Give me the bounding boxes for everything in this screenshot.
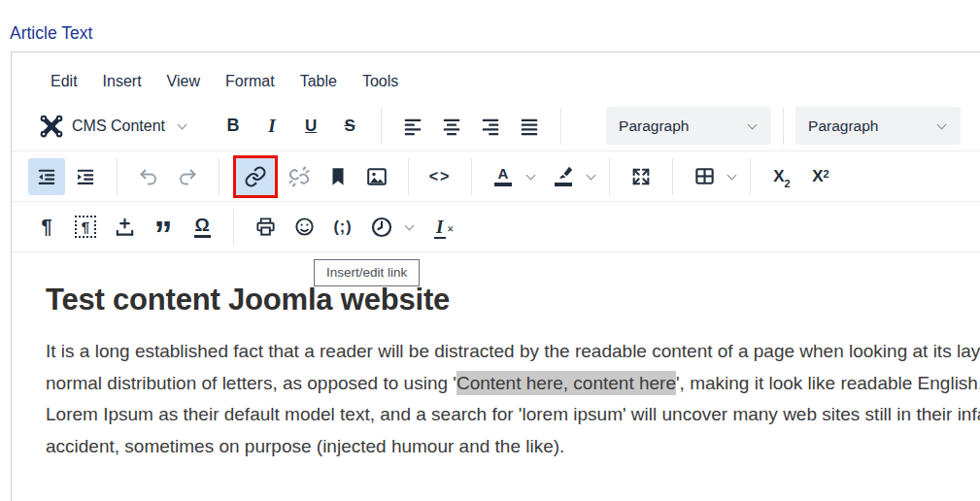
paragraph-line-3: Lorem Ipsum as their default model text,… [46, 399, 980, 431]
italic-button[interactable]: I [253, 108, 290, 145]
toolbar-separator [783, 108, 784, 145]
menu-tools[interactable]: Tools [350, 67, 411, 96]
bold-button[interactable]: B [215, 108, 252, 145]
emoticons-button[interactable] [286, 209, 322, 246]
outdent-button[interactable] [28, 158, 65, 195]
align-center-button[interactable] [433, 108, 470, 145]
read-more-button[interactable] [106, 209, 143, 246]
paragraph-style-value: Paragraph [808, 117, 878, 135]
bookmark-icon [327, 166, 349, 187]
read-more-icon [114, 216, 136, 238]
bold-icon: B [227, 116, 240, 136]
clear-formatting-button[interactable]: I× [425, 209, 462, 246]
toolbar-separator [117, 158, 118, 195]
source-code-icon: <> [429, 168, 452, 185]
text-color-button[interactable]: A [485, 158, 522, 195]
bookmark-anchor-button[interactable] [320, 158, 356, 195]
emoticon-icon [293, 216, 316, 238]
insert-image-button[interactable] [358, 158, 395, 195]
stamp-button[interactable]: Ω [184, 209, 220, 246]
paragraph-format-value: Paragraph [619, 117, 689, 135]
special-character-icon: (;) [334, 218, 353, 236]
chevron-down-icon [937, 119, 947, 129]
highlight-color-button[interactable] [545, 158, 582, 195]
undo-icon [137, 165, 160, 188]
source-code-button[interactable]: <> [422, 158, 458, 195]
cms-content-label: CMS Content [72, 117, 165, 135]
toolbar-separator [609, 158, 610, 195]
paragraph-style-dropdown[interactable]: Paragraph [795, 107, 961, 145]
article-heading: Test content Joomla website [46, 283, 980, 317]
chevron-down-icon[interactable] [405, 220, 415, 230]
subscript-icon: X2 [773, 167, 790, 186]
toolbar-row-3: ¶ ¶ ” Ω [12, 202, 980, 252]
selected-text: Content here, content here [456, 371, 676, 395]
chevron-down-icon [178, 119, 187, 129]
editor-content-area[interactable]: Test content Joomla website It is a long… [12, 252, 980, 462]
toolbar-separator [381, 108, 382, 145]
print-button[interactable] [247, 209, 284, 246]
unlink-icon [287, 165, 311, 188]
table-icon [693, 165, 716, 187]
clock-icon [370, 216, 393, 239]
underline-button[interactable]: U [292, 108, 329, 145]
redo-icon [176, 165, 199, 188]
image-icon [365, 165, 389, 188]
link-icon [244, 165, 267, 188]
editor-container: Edit Insert View Format Table Tools [11, 51, 980, 501]
insert-datetime-button[interactable] [363, 209, 400, 246]
toolbar-separator [471, 158, 472, 195]
paragraph-format-dropdown[interactable]: Paragraph [606, 107, 771, 145]
insert-edit-link-button[interactable] [236, 158, 275, 195]
print-icon [254, 216, 277, 238]
chevron-down-icon[interactable] [727, 170, 737, 180]
indent-button[interactable] [67, 158, 104, 195]
align-center-icon [441, 116, 462, 137]
stamp-icon: Ω [194, 217, 211, 238]
special-character-button[interactable]: (;) [324, 209, 361, 246]
superscript-button[interactable]: X2 [802, 158, 839, 195]
menu-edit[interactable]: Edit [38, 67, 90, 96]
paragraph-mark-button[interactable]: ¶ [28, 209, 65, 246]
toolbar-row-1: CMS Content B I U S [12, 101, 980, 151]
editor-menubar: Edit Insert View Format Table Tools [12, 52, 980, 101]
strikethrough-button[interactable]: S [331, 108, 368, 145]
highlight-color-icon [555, 166, 573, 186]
redo-button[interactable] [169, 158, 206, 195]
chevron-down-icon[interactable] [526, 170, 536, 180]
fullscreen-button[interactable] [623, 158, 659, 195]
article-text-label: Article Text [10, 23, 92, 44]
chevron-down-icon [748, 119, 758, 129]
chevron-down-icon[interactable] [587, 170, 596, 180]
menu-view[interactable]: View [154, 67, 213, 96]
toolbar-separator [219, 158, 220, 195]
align-left-icon [402, 116, 423, 137]
align-right-icon [480, 116, 501, 137]
strikethrough-icon: S [344, 117, 355, 136]
blockquote-button[interactable]: ” [145, 209, 182, 246]
align-right-button[interactable] [472, 108, 509, 145]
menu-insert[interactable]: Insert [90, 67, 154, 96]
toolbar-separator [672, 158, 673, 195]
unlink-button[interactable] [281, 158, 318, 195]
outdent-icon [36, 166, 57, 187]
align-left-button[interactable] [394, 108, 431, 145]
table-button[interactable] [686, 158, 723, 195]
toolbar-separator [750, 158, 751, 195]
highlight-red-outline [233, 155, 278, 198]
undo-button[interactable] [130, 158, 167, 195]
align-justify-button[interactable] [511, 108, 548, 145]
subscript-button[interactable]: X2 [763, 158, 800, 195]
cms-content-dropdown[interactable]: CMS Content [39, 114, 188, 139]
paragraph-line-4: accident, sometimes on purpose (injected… [46, 431, 980, 463]
show-invisible-characters-button[interactable]: ¶ [67, 209, 104, 246]
toolbar-separator [560, 108, 561, 145]
underline-icon: U [305, 117, 317, 136]
menu-format[interactable]: Format [213, 67, 287, 96]
insert-edit-link-tooltip: Insert/edit link [314, 259, 420, 286]
toolbar-separator [233, 209, 234, 246]
blockquote-icon: ” [154, 230, 173, 240]
superscript-icon: X2 [812, 167, 828, 186]
menu-table[interactable]: Table [287, 67, 350, 96]
text-color-icon: A [494, 166, 512, 186]
